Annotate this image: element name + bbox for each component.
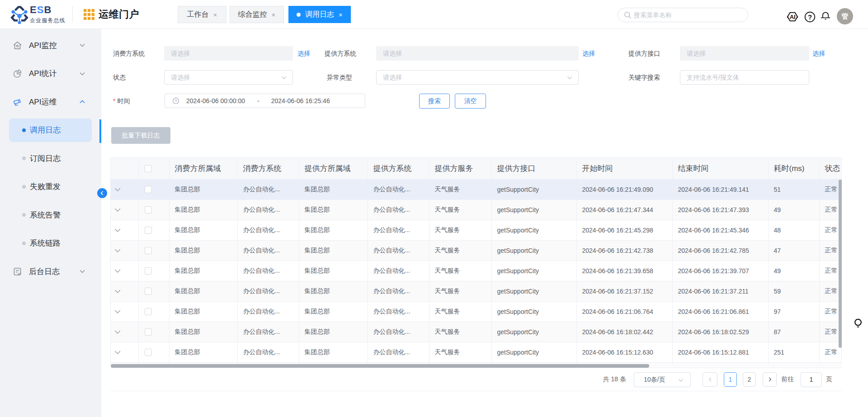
- batch-download-button[interactable]: 批量下载日志: [111, 127, 170, 144]
- goto-page-input[interactable]: [801, 372, 822, 387]
- page-size-select[interactable]: 10条/页: [634, 372, 691, 387]
- table-cell: getSupportCity: [491, 261, 576, 281]
- table-cell: 办公自动化...: [368, 199, 429, 220]
- table-cell: 2024-06-06 16:21:47.344: [576, 199, 672, 220]
- horizontal-scrollbar[interactable]: [110, 364, 842, 368]
- row-checkbox[interactable]: [145, 206, 152, 213]
- provider-system-select-link[interactable]: 选择: [582, 46, 595, 61]
- chevron-down-icon: [78, 267, 86, 275]
- portal-title: 运维门户: [99, 8, 139, 21]
- consumer-system-select-link[interactable]: 选择: [297, 46, 310, 61]
- menu-search-input[interactable]: [634, 11, 733, 19]
- sidebar-subitem-links[interactable]: 系统链路: [0, 232, 101, 255]
- camera-icon: [13, 97, 22, 107]
- brand-text: ESB 企业服务总线: [30, 5, 66, 24]
- help-icon[interactable]: ?: [804, 11, 816, 23]
- row-checkbox[interactable]: [145, 247, 152, 254]
- table-cell: 集团总部: [169, 261, 237, 281]
- bell-icon[interactable]: [820, 11, 831, 23]
- table-row: 集团总部办公自动化...集团总部办公自动化...天气服务getSupportCi…: [111, 261, 842, 281]
- sidebar-item-label: API统计: [29, 68, 57, 79]
- bulb-icon[interactable]: [853, 318, 863, 331]
- active-tab-dot: [297, 13, 301, 17]
- menu-search-box[interactable]: [618, 8, 748, 22]
- sidebar-subitem-retry[interactable]: 失败重发: [0, 175, 101, 199]
- provider-interface-field[interactable]: 请选择: [680, 46, 809, 61]
- sidebar-item-api-ops[interactable]: API运维: [0, 90, 101, 114]
- table-cell: 集团总部: [299, 199, 368, 220]
- provider-system-field[interactable]: 请选择: [376, 46, 579, 61]
- total-count: 共 18 条: [603, 375, 626, 384]
- search-button[interactable]: 搜索: [419, 94, 450, 109]
- table-cell: 天气服务: [429, 261, 491, 281]
- row-checkbox[interactable]: [145, 267, 152, 275]
- expand-row-icon[interactable]: [114, 206, 121, 213]
- select-all-checkbox[interactable]: [145, 165, 152, 172]
- status-select[interactable]: 请选择: [164, 70, 293, 85]
- tab-monitoring[interactable]: 综合监控 ×: [230, 6, 284, 23]
- sidebar-collapse-button[interactable]: [97, 188, 107, 198]
- table-row: 集团总部办公自动化...集团总部办公自动化...天气服务getSupportCi…: [111, 281, 842, 301]
- user-avatar[interactable]: 管: [837, 8, 853, 24]
- page-button-2[interactable]: 2: [743, 372, 756, 387]
- sidebar-subitem-alerts[interactable]: 系统告警: [0, 203, 101, 227]
- time-start-value[interactable]: 2024-06-06 00:00:00: [186, 97, 245, 104]
- table-row: 集团总部办公自动化...集团总部办公自动化...天气服务getSupportCi…: [111, 179, 842, 199]
- chevron-left-icon: [708, 377, 713, 382]
- expand-row-icon[interactable]: [114, 288, 121, 295]
- expand-row-icon[interactable]: [114, 186, 121, 193]
- table-cell: 办公自动化...: [237, 342, 299, 362]
- main-content: 消费方系统 请选择 选择 提供方系统 请选择 选择 提供方接口 请选择 选择 状…: [102, 29, 868, 417]
- table-cell: 办公自动化...: [237, 179, 299, 199]
- table-cell: 办公自动化...: [237, 220, 299, 240]
- sidebar-subitem-subscribe-logs[interactable]: 订阅日志: [0, 147, 101, 170]
- column-header: 消费方系统: [237, 158, 299, 179]
- sidebar-item-api-stats[interactable]: API统计: [0, 62, 101, 85]
- tab-close-icon[interactable]: ×: [213, 11, 217, 18]
- brand-subtitle: 企业服务总线: [30, 17, 66, 24]
- clear-button[interactable]: 清空: [455, 94, 486, 109]
- table-cell: 集团总部: [169, 301, 237, 322]
- ai-assistant-icon[interactable]: AI: [786, 10, 799, 23]
- expand-row-icon[interactable]: [114, 328, 121, 336]
- row-checkbox[interactable]: [145, 186, 152, 193]
- table-cell: 集团总部: [169, 179, 237, 199]
- esb-logo-icon: [9, 5, 29, 24]
- table-cell: 集团总部: [299, 220, 368, 240]
- keyword-input[interactable]: [680, 71, 809, 84]
- tab-call-logs[interactable]: 调用日志 ×: [288, 6, 351, 23]
- exception-type-select[interactable]: 请选择: [376, 70, 579, 85]
- row-checkbox[interactable]: [145, 227, 152, 234]
- table-cell: 2024-06-06 16:15:12.881: [672, 342, 768, 362]
- row-checkbox[interactable]: [145, 349, 152, 356]
- table-cell: 办公自动化...: [368, 322, 429, 342]
- prev-page-button[interactable]: [703, 372, 717, 387]
- page-button-1[interactable]: 1: [724, 372, 737, 387]
- time-end-value[interactable]: 2024-06-06 16:25:46: [271, 97, 330, 104]
- tab-close-icon[interactable]: ×: [339, 11, 343, 18]
- sidebar-subitem-call-logs[interactable]: 调用日志: [9, 118, 92, 142]
- time-range-picker[interactable]: 2024-06-06 00:00:00 - 2024-06-06 16:25:4…: [165, 94, 365, 108]
- vertical-scrollbar-thumb[interactable]: [839, 180, 842, 348]
- sidebar-item-backend-logs[interactable]: 后台日志: [0, 260, 101, 283]
- row-checkbox[interactable]: [145, 328, 152, 336]
- row-checkbox[interactable]: [145, 308, 152, 315]
- expand-row-icon[interactable]: [114, 349, 121, 356]
- expand-row-icon[interactable]: [114, 247, 121, 254]
- horizontal-scrollbar-thumb[interactable]: [111, 364, 649, 368]
- tab-label: 工作台: [187, 10, 209, 19]
- consumer-system-field[interactable]: 请选择: [164, 46, 293, 61]
- table-cell: 天气服务: [429, 342, 491, 362]
- expand-row-icon[interactable]: [114, 227, 121, 234]
- tab-close-icon[interactable]: ×: [272, 11, 276, 18]
- row-checkbox[interactable]: [145, 288, 152, 295]
- table-cell: 49: [768, 199, 819, 220]
- exception-type-label: 异常类型: [327, 70, 352, 85]
- sidebar-item-api-monitor[interactable]: API监控: [0, 33, 101, 57]
- provider-interface-select-link[interactable]: 选择: [812, 46, 825, 61]
- next-page-button[interactable]: [763, 372, 777, 387]
- tab-workbench[interactable]: 工作台 ×: [178, 6, 226, 23]
- sidebar: API监控 API统计 API运维: [0, 29, 101, 417]
- expand-row-icon[interactable]: [114, 267, 121, 275]
- expand-row-icon[interactable]: [114, 308, 121, 315]
